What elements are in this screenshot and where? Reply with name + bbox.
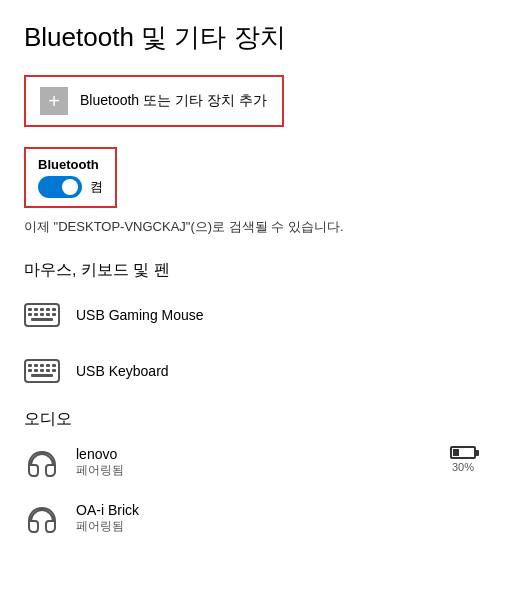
audio-name-oai: OA-i Brick [76, 502, 139, 518]
svg-rect-6 [28, 313, 32, 316]
headphones-icon-lenovo [24, 446, 60, 482]
add-device-label: Bluetooth 또는 기타 장치 추가 [80, 92, 267, 110]
headphones-icon-oai [24, 502, 60, 538]
toggle-state-label: 켬 [90, 178, 103, 196]
bluetooth-toggle[interactable] [38, 176, 82, 198]
svg-rect-17 [52, 364, 56, 367]
audio-info-lenovo: lenovo 페어링됨 [76, 446, 124, 479]
svg-rect-7 [34, 313, 38, 316]
svg-rect-23 [31, 374, 53, 377]
svg-rect-14 [34, 364, 38, 367]
audio-item-lenovo: lenovo 페어링됨 30% [24, 446, 486, 482]
svg-rect-13 [28, 364, 32, 367]
headphones-svg-lenovo [24, 446, 60, 482]
audio-status-oai: 페어링됨 [76, 518, 139, 535]
audio-info-oai: OA-i Brick 페어링됨 [76, 502, 139, 535]
svg-rect-20 [40, 369, 44, 372]
battery-fill-lenovo [453, 449, 459, 456]
svg-rect-19 [34, 369, 38, 372]
keyboard-svg-2 [24, 359, 60, 383]
svg-rect-3 [40, 308, 44, 311]
svg-rect-16 [46, 364, 50, 367]
headphones-svg-oai [24, 502, 60, 538]
section-title-audio: 오디오 [24, 409, 486, 430]
plus-icon: + [40, 87, 68, 115]
svg-rect-15 [40, 364, 44, 367]
battery-pct-lenovo: 30% [452, 461, 474, 473]
svg-rect-22 [52, 369, 56, 372]
toggle-track [38, 176, 82, 198]
audio-name-lenovo: lenovo [76, 446, 124, 462]
discoverable-text: 이제 "DESKTOP-VNGCKAJ"(으)로 검색될 수 있습니다. [24, 218, 486, 236]
keyboard-icon [24, 297, 60, 333]
svg-rect-10 [52, 313, 56, 316]
svg-rect-1 [28, 308, 32, 311]
device-name-mouse: USB Gaming Mouse [76, 307, 204, 323]
battery-icon-lenovo [450, 446, 476, 459]
svg-rect-2 [34, 308, 38, 311]
page-title: Bluetooth 및 기타 장치 [24, 20, 486, 55]
svg-rect-5 [52, 308, 56, 311]
svg-rect-8 [40, 313, 44, 316]
svg-rect-18 [28, 369, 32, 372]
bluetooth-section: Bluetooth 켬 [24, 147, 117, 208]
audio-status-lenovo: 페어링됨 [76, 462, 124, 479]
keyboard-icon-2 [24, 353, 60, 389]
svg-rect-9 [46, 313, 50, 316]
device-item-mouse: USB Gaming Mouse [24, 297, 486, 333]
device-name-keyboard: USB Keyboard [76, 363, 169, 379]
audio-item-oai: OA-i Brick 페어링됨 [24, 502, 486, 538]
bluetooth-toggle-row: 켬 [38, 176, 103, 198]
section-title-mouse-keyboard: 마우스, 키보드 및 펜 [24, 260, 486, 281]
bluetooth-label: Bluetooth [38, 157, 103, 172]
battery-area-lenovo: 30% [450, 446, 476, 473]
svg-rect-11 [31, 318, 53, 321]
toggle-thumb [62, 179, 78, 195]
svg-rect-21 [46, 369, 50, 372]
device-item-keyboard: USB Keyboard [24, 353, 486, 389]
svg-rect-4 [46, 308, 50, 311]
add-device-button[interactable]: + Bluetooth 또는 기타 장치 추가 [24, 75, 284, 127]
keyboard-svg [24, 303, 60, 327]
